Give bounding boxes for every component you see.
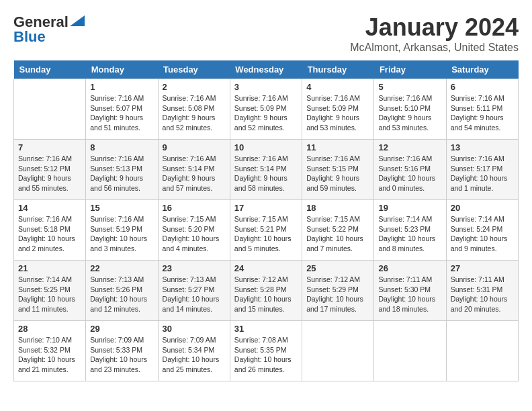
- sunset-text: Sunset: 5:26 PM: [90, 285, 142, 293]
- sunset-text: Sunset: 5:35 PM: [234, 346, 287, 354]
- sunrise-text: Sunrise: 7:14 AM: [378, 215, 432, 223]
- calendar-cell: 2 Sunrise: 7:16 AM Sunset: 5:08 PM Dayli…: [158, 79, 230, 140]
- sunrise-text: Sunrise: 7:16 AM: [306, 154, 360, 163]
- month-title: January 2024: [350, 13, 519, 42]
- calendar-cell: 3 Sunrise: 7:16 AM Sunset: 5:09 PM Dayli…: [230, 79, 302, 140]
- sunset-text: Sunset: 5:13 PM: [90, 165, 142, 173]
- day-info: Sunrise: 7:16 AM Sunset: 5:09 PM Dayligh…: [306, 93, 369, 133]
- day-info: Sunrise: 7:11 AM Sunset: 5:30 PM Dayligh…: [378, 275, 441, 314]
- daylight-text: Daylight: 10 hours and 20 minutes.: [451, 295, 508, 313]
- daylight-text: Daylight: 10 hours and 25 minutes.: [163, 355, 220, 373]
- day-info: Sunrise: 7:09 AM Sunset: 5:34 PM Dayligh…: [163, 335, 226, 375]
- day-number: 17: [234, 203, 298, 213]
- day-info: Sunrise: 7:16 AM Sunset: 5:13 PM Dayligh…: [90, 154, 153, 193]
- svg-marker-0: [70, 15, 85, 26]
- day-info: Sunrise: 7:16 AM Sunset: 5:18 PM Dayligh…: [18, 214, 81, 254]
- sunset-text: Sunset: 5:14 PM: [163, 165, 215, 173]
- daylight-text: Daylight: 10 hours and 3 minutes.: [90, 234, 147, 253]
- daylight-text: Daylight: 10 hours and 26 minutes.: [234, 355, 292, 373]
- header-thursday: Thursday: [302, 60, 374, 79]
- sunrise-text: Sunrise: 7:12 AM: [306, 275, 360, 283]
- day-number: 8: [90, 142, 153, 152]
- sunrise-text: Sunrise: 7:16 AM: [378, 154, 432, 163]
- day-info: Sunrise: 7:13 AM Sunset: 5:27 PM Dayligh…: [163, 275, 226, 314]
- sunset-text: Sunset: 5:30 PM: [378, 285, 431, 293]
- daylight-text: Daylight: 10 hours and 18 minutes.: [378, 295, 435, 313]
- sunset-text: Sunset: 5:32 PM: [18, 346, 71, 354]
- header: General Blue January 2024 McAlmont, Arka…: [13, 13, 519, 54]
- daylight-text: Daylight: 10 hours and 9 minutes.: [451, 234, 508, 253]
- day-info: Sunrise: 7:10 AM Sunset: 5:32 PM Dayligh…: [18, 335, 81, 375]
- day-number: 22: [90, 263, 153, 273]
- day-number: 24: [234, 263, 298, 273]
- day-info: Sunrise: 7:14 AM Sunset: 5:24 PM Dayligh…: [451, 214, 514, 254]
- day-info: Sunrise: 7:13 AM Sunset: 5:26 PM Dayligh…: [90, 275, 153, 314]
- sunset-text: Sunset: 5:17 PM: [451, 165, 503, 173]
- header-sunday: Sunday: [14, 60, 86, 79]
- calendar-cell: 24 Sunrise: 7:12 AM Sunset: 5:28 PM Dayl…: [230, 261, 302, 321]
- day-number: 4: [306, 82, 369, 92]
- daylight-text: Daylight: 9 hours and 53 minutes.: [306, 113, 359, 132]
- daylight-text: Daylight: 10 hours and 7 minutes.: [306, 234, 363, 253]
- daylight-text: Daylight: 10 hours and 1 minute.: [451, 174, 508, 192]
- day-info: Sunrise: 7:15 AM Sunset: 5:20 PM Dayligh…: [163, 214, 226, 254]
- daylight-text: Daylight: 10 hours and 12 minutes.: [90, 295, 147, 313]
- sunrise-text: Sunrise: 7:14 AM: [451, 215, 504, 223]
- sunset-text: Sunset: 5:11 PM: [451, 104, 503, 112]
- daylight-text: Daylight: 10 hours and 0 minutes.: [378, 174, 435, 192]
- day-info: Sunrise: 7:16 AM Sunset: 5:16 PM Dayligh…: [378, 154, 441, 193]
- daylight-text: Daylight: 10 hours and 15 minutes.: [234, 295, 292, 313]
- daylight-text: Daylight: 9 hours and 57 minutes.: [163, 174, 216, 192]
- daylight-text: Daylight: 9 hours and 55 minutes.: [18, 174, 71, 192]
- sunrise-text: Sunrise: 7:09 AM: [163, 336, 216, 344]
- sunrise-text: Sunrise: 7:15 AM: [234, 215, 288, 223]
- sunrise-text: Sunrise: 7:16 AM: [378, 94, 432, 102]
- sunset-text: Sunset: 5:12 PM: [18, 165, 71, 173]
- day-info: Sunrise: 7:15 AM Sunset: 5:21 PM Dayligh…: [234, 214, 298, 254]
- calendar-cell: 8 Sunrise: 7:16 AM Sunset: 5:13 PM Dayli…: [86, 140, 158, 200]
- day-number: 11: [306, 142, 369, 152]
- calendar-cell: 9 Sunrise: 7:16 AM Sunset: 5:14 PM Dayli…: [158, 140, 230, 200]
- day-info: Sunrise: 7:16 AM Sunset: 5:08 PM Dayligh…: [163, 93, 226, 133]
- daylight-text: Daylight: 9 hours and 51 minutes.: [90, 113, 143, 132]
- day-number: 31: [234, 324, 298, 334]
- calendar-cell: 30 Sunrise: 7:09 AM Sunset: 5:34 PM Dayl…: [158, 321, 230, 381]
- day-info: Sunrise: 7:14 AM Sunset: 5:25 PM Dayligh…: [18, 275, 81, 314]
- sunrise-text: Sunrise: 7:09 AM: [90, 336, 144, 344]
- day-info: Sunrise: 7:08 AM Sunset: 5:35 PM Dayligh…: [234, 335, 298, 375]
- sunrise-text: Sunrise: 7:16 AM: [234, 154, 288, 163]
- daylight-text: Daylight: 9 hours and 52 minutes.: [234, 113, 287, 132]
- sunrise-text: Sunrise: 7:14 AM: [18, 275, 72, 283]
- day-number: 19: [378, 203, 441, 213]
- day-info: Sunrise: 7:16 AM Sunset: 5:07 PM Dayligh…: [90, 93, 153, 133]
- day-number: 16: [163, 203, 226, 213]
- calendar-week-row: 7 Sunrise: 7:16 AM Sunset: 5:12 PM Dayli…: [14, 140, 519, 200]
- calendar-cell: 23 Sunrise: 7:13 AM Sunset: 5:27 PM Dayl…: [158, 261, 230, 321]
- sunrise-text: Sunrise: 7:16 AM: [163, 94, 216, 102]
- sunset-text: Sunset: 5:08 PM: [163, 104, 215, 112]
- day-number: 1: [90, 82, 153, 92]
- calendar-cell: 21 Sunrise: 7:14 AM Sunset: 5:25 PM Dayl…: [14, 261, 86, 321]
- daylight-text: Daylight: 10 hours and 17 minutes.: [306, 295, 363, 313]
- day-number: 30: [163, 324, 226, 334]
- sunrise-text: Sunrise: 7:16 AM: [90, 215, 144, 223]
- day-info: Sunrise: 7:16 AM Sunset: 5:15 PM Dayligh…: [306, 154, 369, 193]
- day-number: 18: [306, 203, 369, 213]
- calendar-cell: 26 Sunrise: 7:11 AM Sunset: 5:30 PM Dayl…: [374, 261, 446, 321]
- sunset-text: Sunset: 5:09 PM: [234, 104, 287, 112]
- sunset-text: Sunset: 5:18 PM: [18, 225, 71, 233]
- calendar-cell: 20 Sunrise: 7:14 AM Sunset: 5:24 PM Dayl…: [446, 200, 518, 261]
- weekday-header-row: Sunday Monday Tuesday Wednesday Thursday…: [14, 60, 519, 79]
- day-number: 26: [378, 263, 441, 273]
- daylight-text: Daylight: 10 hours and 14 minutes.: [163, 295, 220, 313]
- sunrise-text: Sunrise: 7:13 AM: [163, 275, 216, 283]
- calendar-cell: 22 Sunrise: 7:13 AM Sunset: 5:26 PM Dayl…: [86, 261, 158, 321]
- day-number: 5: [378, 82, 441, 92]
- day-number: 2: [163, 82, 226, 92]
- sunrise-text: Sunrise: 7:16 AM: [90, 154, 144, 163]
- sunrise-text: Sunrise: 7:11 AM: [378, 275, 432, 283]
- sunrise-text: Sunrise: 7:16 AM: [18, 154, 72, 163]
- day-info: Sunrise: 7:16 AM Sunset: 5:14 PM Dayligh…: [234, 154, 298, 193]
- day-info: Sunrise: 7:16 AM Sunset: 5:19 PM Dayligh…: [90, 214, 153, 254]
- sunset-text: Sunset: 5:22 PM: [306, 225, 359, 233]
